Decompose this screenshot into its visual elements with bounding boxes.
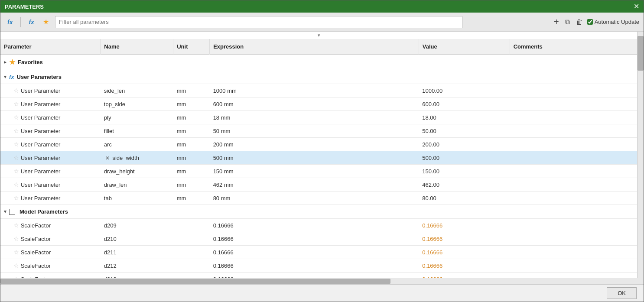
row-star-icon[interactable]: ☆ — [13, 87, 19, 94]
copy-button[interactable]: ⧉ — [563, 16, 572, 28]
group-row-user-parameters[interactable]: ▾ fx User Parameters — [0, 70, 637, 84]
dropdown-chevron-icon: ▾ — [318, 32, 320, 38]
col-header-unit: Unit — [173, 39, 210, 55]
chevron-favorites[interactable]: ▸ — [4, 59, 7, 65]
cell-name: draw_height — [101, 165, 173, 178]
fx-group-icon: fx — [9, 74, 14, 80]
user-parameters-label: User Parameters — [17, 74, 62, 80]
cell-value: 0.16666 — [419, 273, 510, 279]
table-row[interactable]: ☆ User Parameter draw_height mm 150 mm 1… — [0, 165, 637, 178]
favorites-button[interactable]: ★ — [40, 16, 52, 28]
cell-value: 500.00 — [419, 151, 510, 165]
table-row[interactable]: ☆ User Parameter ply mm 18 mm 18.00 — [0, 111, 637, 124]
cell-name: tab — [101, 192, 173, 205]
cell-value: 462.00 — [419, 178, 510, 192]
row-star-icon[interactable]: ☆ — [13, 249, 19, 256]
content-area: ▾ Parameter Name Unit — [0, 32, 644, 278]
cell-value: 0.16666 — [419, 219, 510, 232]
cell-name: ✕ side_width — [101, 151, 173, 165]
cell-unit — [173, 219, 210, 232]
cell-value: 50.00 — [419, 124, 510, 138]
scrollbar-thumb[interactable] — [637, 36, 644, 71]
cell-value: 200.00 — [419, 138, 510, 151]
chevron-user-parameters[interactable]: ▾ — [4, 74, 7, 80]
cell-expression: 0.16666 — [210, 232, 419, 246]
cell-param: ☆ User Parameter — [0, 138, 101, 151]
cell-param: ☆ User Parameter — [0, 124, 101, 138]
add-button[interactable]: + — [552, 15, 561, 29]
cell-comments — [510, 165, 637, 178]
cell-unit — [173, 232, 210, 246]
chevron-model-parameters[interactable]: ▾ — [4, 209, 7, 214]
cell-param: ☆ ScaleFactor — [0, 232, 101, 246]
table-row-selected[interactable]: ☆ User Parameter ✕ side_width mm 500 mm … — [0, 151, 637, 165]
table-row[interactable]: ☆ User Parameter side_len mm 1000 mm 100… — [0, 84, 637, 97]
table-row[interactable]: ☆ ScaleFactor d213 0.16666 0.16666 — [0, 273, 637, 279]
cell-name: d213 — [101, 273, 173, 279]
cell-expression: 500 mm — [210, 151, 419, 165]
table-row[interactable]: ☆ User Parameter fillet mm 50 mm 50.00 — [0, 124, 637, 138]
cell-value: 0.16666 — [419, 232, 510, 246]
fx2-button[interactable]: fx — [26, 17, 36, 27]
cell-name: d210 — [101, 232, 173, 246]
row-star-icon[interactable]: ☆ — [13, 168, 19, 175]
cell-comments — [510, 219, 637, 232]
cell-unit: mm — [173, 111, 210, 124]
table-row[interactable]: ☆ User Parameter top_side mm 600 mm 600.… — [0, 97, 637, 111]
cell-expression: 0.16666 — [210, 273, 419, 279]
hscroll-thumb[interactable] — [0, 279, 390, 284]
window-title: PARAMETERS — [5, 3, 44, 10]
toolbar: fx fx ★ + ⧉ 🗑 Automatic Update — [0, 13, 644, 32]
col-header-parameter: Parameter — [0, 39, 101, 55]
cell-expression: 200 mm — [210, 138, 419, 151]
ok-button[interactable]: OK — [607, 287, 637, 299]
table-header-row: Parameter Name Unit Expression Value — [0, 39, 637, 55]
row-star-icon[interactable]: ☆ — [13, 181, 19, 188]
auto-update-label[interactable]: Automatic Update — [587, 19, 639, 25]
cell-value: 0.16666 — [419, 246, 510, 259]
cell-comments — [510, 124, 637, 138]
cell-expression: 1000 mm — [210, 84, 419, 97]
cell-comments — [510, 192, 637, 205]
table-row[interactable]: ☆ ScaleFactor d212 0.16666 0.16666 — [0, 259, 637, 273]
delete-button[interactable]: 🗑 — [574, 16, 585, 28]
row-star-icon[interactable]: ☆ — [13, 235, 19, 242]
row-star-icon[interactable]: ☆ — [13, 262, 19, 269]
col-header-value: Value — [419, 39, 510, 55]
table-container[interactable]: ▾ Parameter Name Unit — [0, 32, 637, 278]
group-row-model-parameters[interactable]: ▾ Model Parameters — [0, 205, 637, 219]
cell-expression: 462 mm — [210, 178, 419, 192]
filter-input[interactable] — [55, 16, 462, 28]
horizontal-scrollbar[interactable] — [0, 278, 644, 284]
add-icon: + — [554, 17, 559, 26]
star-icon: ★ — [43, 18, 49, 26]
cell-param: ☆ ScaleFactor — [0, 246, 101, 259]
close-button[interactable]: ✕ — [634, 3, 639, 10]
row-star-icon[interactable]: ☆ — [13, 154, 19, 161]
row-star-icon[interactable]: ☆ — [13, 101, 19, 107]
row-star-icon[interactable]: ☆ — [13, 222, 19, 229]
row-star-icon[interactable]: ☆ — [13, 141, 19, 148]
table-row[interactable]: ☆ ScaleFactor d209 0.16666 0.16666 — [0, 219, 637, 232]
table-row[interactable]: ☆ ScaleFactor d211 0.16666 0.16666 — [0, 246, 637, 259]
dropdown-row[interactable]: ▾ — [0, 32, 637, 39]
row-star-icon[interactable]: ☆ — [13, 127, 19, 134]
cell-name: draw_len — [101, 178, 173, 192]
row-star-icon[interactable]: ☆ — [13, 195, 19, 201]
cell-comments — [510, 84, 637, 97]
vertical-scrollbar[interactable] — [637, 32, 644, 278]
table-row[interactable]: ☆ User Parameter draw_len mm 462 mm 462.… — [0, 178, 637, 192]
cell-expression: 80 mm — [210, 192, 419, 205]
delete-row-button[interactable]: ✕ — [104, 155, 111, 162]
cell-name: d212 — [101, 259, 173, 273]
col-header-comments: Comments — [510, 39, 637, 55]
toolbar-right: + ⧉ 🗑 Automatic Update — [552, 15, 639, 29]
table-row[interactable]: ☆ ScaleFactor d210 0.16666 0.16666 — [0, 232, 637, 246]
group-row-favorites[interactable]: ▸ ★ Favorites — [0, 55, 637, 70]
fx-button[interactable]: fx — [5, 17, 15, 27]
row-star-icon[interactable]: ☆ — [13, 114, 19, 121]
table-row[interactable]: ☆ User Parameter tab mm 80 mm 80.00 — [0, 192, 637, 205]
table-row[interactable]: ☆ User Parameter arc mm 200 mm 200.00 — [0, 138, 637, 151]
auto-update-checkbox[interactable] — [587, 19, 593, 25]
cell-unit: mm — [173, 151, 210, 165]
